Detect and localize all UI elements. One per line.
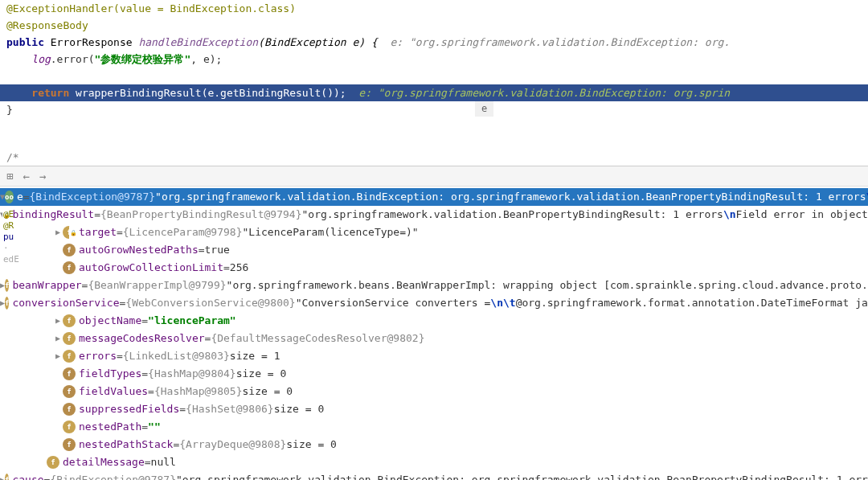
field-icon: f bbox=[5, 474, 9, 480]
lock-icon: 🔒 bbox=[69, 225, 78, 241]
field-icon: f bbox=[5, 279, 9, 292]
expand-icon[interactable]: ▶ bbox=[53, 313, 63, 329]
variable-row-messageCodesResolver[interactable]: ▶ f messageCodesResolver = {DefaultMessa… bbox=[0, 330, 868, 347]
code-line: /* bbox=[0, 149, 868, 166]
grid-icon[interactable]: ⊞ bbox=[6, 170, 13, 183]
field-icon: f bbox=[63, 332, 76, 345]
variables-tree: ▼ oo e = {BindException@9787} "org.sprin… bbox=[0, 187, 868, 480]
code-line: public ErrorResponse handleBindException… bbox=[0, 34, 868, 51]
field-icon: f bbox=[63, 350, 76, 363]
field-icon: f bbox=[5, 297, 9, 310]
variable-row-fieldValues[interactable]: f fieldValues = {HashMap@9805} size = 0 bbox=[0, 383, 868, 400]
params: (BindException e) { bbox=[258, 36, 390, 48]
field-icon: f bbox=[63, 244, 76, 256]
variable-row-detailMessage[interactable]: f detailMessage = null bbox=[0, 453, 868, 471]
field-icon: f🔒 bbox=[63, 226, 76, 239]
variable-row-autoGrowNestedPaths[interactable]: f autoGrowNestedPaths = true bbox=[0, 241, 868, 259]
keyword: public bbox=[6, 36, 44, 48]
back-icon[interactable]: ← bbox=[23, 170, 29, 183]
debugger-panel: ⊞ ← → ▼ oo e = {BindException@9787} "org… bbox=[0, 166, 868, 480]
variable-tooltip[interactable]: e bbox=[475, 101, 493, 117]
expand-icon[interactable]: ▶ bbox=[53, 348, 63, 364]
field-icon: f bbox=[63, 403, 76, 416]
method-name: handleBindException bbox=[138, 36, 258, 48]
annotation: @ExceptionHandler(value = BindException.… bbox=[6, 2, 296, 14]
code-line: @ResponseBody bbox=[0, 17, 868, 34]
field-icon: f bbox=[47, 456, 59, 469]
field-icon: f bbox=[63, 385, 76, 398]
field-icon: f bbox=[63, 367, 76, 380]
object-icon: oo bbox=[5, 191, 14, 203]
variable-row-beanWrapper[interactable]: ▶ f beanWrapper = {BeanWrapperImpl@9799}… bbox=[0, 277, 868, 294]
inline-hint: e: "org.springframework.validation.BindE… bbox=[358, 87, 730, 99]
field: log bbox=[31, 53, 50, 65]
variable-row-nestedPathStack[interactable]: f nestedPathStack = {ArrayDeque@9808} si… bbox=[0, 436, 868, 453]
code-line: } e bbox=[0, 101, 868, 149]
field-icon: f bbox=[63, 438, 76, 451]
expand-icon[interactable]: ▶ bbox=[53, 224, 63, 240]
forward-icon[interactable]: → bbox=[39, 170, 46, 183]
variable-row-nestedPath[interactable]: f nestedPath = "" bbox=[0, 418, 868, 436]
field-icon: f bbox=[63, 314, 76, 327]
type: ErrorResponse bbox=[44, 36, 138, 48]
field-icon: f bbox=[63, 421, 76, 433]
variable-row-fieldTypes[interactable]: f fieldTypes = {HashMap@9804} size = 0 bbox=[0, 365, 868, 383]
code-editor: @ExceptionHandler(value = BindException.… bbox=[0, 0, 868, 166]
execution-line[interactable]: return wrapperBindingResult(e.getBinding… bbox=[0, 84, 868, 101]
code-line-blank bbox=[0, 68, 868, 84]
variable-row-bindingResult[interactable]: ▼ f🔒 bindingResult = {BeanPropertyBindin… bbox=[0, 206, 868, 224]
variable-row-autoGrowCollectionLimit[interactable]: f autoGrowCollectionLimit = 256 bbox=[0, 259, 868, 277]
variable-row-objectName[interactable]: ▶ f objectName = "licenceParam" bbox=[0, 312, 868, 330]
variable-row-target[interactable]: ▶ f🔒 target = {LicenceParam@9798} "Licen… bbox=[0, 224, 868, 241]
variable-row-errors[interactable]: ▶ f errors = {LinkedList@9803} size = 1 bbox=[0, 347, 868, 365]
variable-row-e[interactable]: ▼ oo e = {BindException@9787} "org.sprin… bbox=[0, 188, 868, 206]
variable-row-conversionService[interactable]: ▶ f conversionService = {WebConversionSe… bbox=[0, 294, 868, 312]
gutter-left-markers: @E @R pu · edE bbox=[0, 209, 19, 265]
debugger-toolbar: ⊞ ← → bbox=[0, 166, 868, 187]
inline-hint: e: "org.springframework.validation.BindE… bbox=[390, 36, 730, 48]
keyword: return bbox=[31, 87, 69, 99]
code-line: log.error("参数绑定校验异常", e); bbox=[0, 51, 868, 68]
expand-icon[interactable]: ▶ bbox=[53, 330, 63, 347]
variable-row-cause[interactable]: ▶ f cause = {BindException@9787} "org.sp… bbox=[0, 471, 868, 480]
field-icon: f bbox=[63, 261, 76, 274]
code-line: @ExceptionHandler(value = BindException.… bbox=[0, 0, 868, 17]
string-literal: "参数绑定校验异常" bbox=[95, 53, 191, 65]
annotation: @ResponseBody bbox=[6, 19, 88, 31]
variable-row-suppressedFields[interactable]: f suppressedFields = {HashSet@9806} size… bbox=[0, 400, 868, 418]
